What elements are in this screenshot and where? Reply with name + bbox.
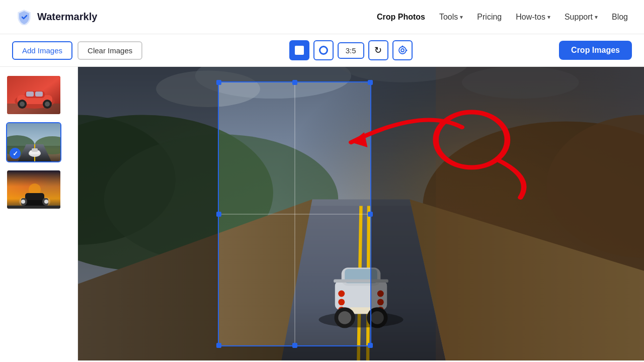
settings-button[interactable]	[392, 40, 413, 60]
svg-point-59	[338, 299, 345, 305]
svg-point-65	[338, 311, 351, 324]
rotate-button[interactable]: ↻	[368, 40, 388, 60]
rotate-icon: ↻	[374, 45, 382, 56]
crop-images-button[interactable]: Crop Images	[559, 41, 632, 60]
svg-point-1	[399, 47, 406, 54]
svg-point-16	[45, 102, 50, 107]
thumbnail-1[interactable]	[6, 75, 61, 115]
circle-icon	[319, 46, 328, 55]
logo-area[interactable]: Watermarkly	[16, 9, 97, 25]
svg-point-31	[19, 198, 27, 206]
nav-howtos[interactable]: How-tos ▾	[516, 13, 550, 22]
rectangle-shape-button[interactable]	[289, 40, 309, 60]
navbar: Watermarkly Crop Photos Tools ▾ Pricing …	[0, 0, 644, 34]
nav-blog[interactable]: Blog	[612, 13, 628, 22]
app-name: Watermarkly	[37, 11, 97, 23]
svg-rect-24	[32, 148, 38, 152]
nav-support[interactable]: Support ▾	[565, 13, 598, 22]
thumbnail-3[interactable]	[6, 169, 61, 210]
tools-chevron-icon: ▾	[460, 14, 463, 21]
settings-icon	[397, 45, 408, 55]
svg-point-0	[401, 49, 404, 52]
svg-rect-55	[334, 280, 388, 283]
thumbnail-image-3	[7, 170, 60, 209]
toolbar-left: Add Images Clear Images	[12, 41, 142, 60]
support-chevron-icon: ▾	[595, 14, 598, 21]
main-canvas-image	[78, 67, 644, 360]
rectangle-icon	[295, 46, 304, 55]
svg-rect-33	[7, 206, 61, 210]
svg-point-62	[377, 299, 384, 305]
add-images-button[interactable]: Add Images	[12, 41, 72, 60]
thumbnail-image-1	[7, 76, 60, 114]
toolbar-center: 3:5 ↻	[148, 40, 553, 60]
svg-point-67	[371, 311, 384, 324]
svg-point-58	[338, 291, 345, 297]
svg-rect-11	[26, 92, 34, 97]
nav-tools[interactable]: Tools ▾	[439, 13, 463, 22]
thumbnail-2[interactable]: ✓	[6, 122, 61, 162]
howtos-chevron-icon: ▾	[547, 14, 550, 21]
svg-point-37	[156, 71, 260, 107]
svg-rect-68	[436, 67, 644, 360]
nav-howtos-label: How-tos	[516, 13, 545, 22]
toolbar: Add Images Clear Images 3:5 ↻ Crop Imag	[0, 34, 644, 67]
circle-shape-button[interactable]	[313, 40, 334, 60]
svg-point-32	[42, 198, 50, 206]
nav-links: Crop Photos Tools ▾ Pricing How-tos ▾ Su…	[377, 13, 628, 22]
svg-point-61	[377, 291, 384, 297]
nav-tools-label: Tools	[439, 13, 458, 22]
svg-point-14	[20, 102, 25, 107]
svg-rect-28	[25, 193, 44, 200]
svg-rect-12	[35, 92, 43, 97]
sidebar: ✓	[0, 67, 78, 360]
svg-point-5	[406, 50, 407, 51]
main-content: ✓	[0, 67, 644, 360]
aspect-ratio-button[interactable]: 3:5	[338, 42, 364, 59]
nav-pricing[interactable]: Pricing	[477, 13, 502, 22]
clear-images-button[interactable]: Clear Images	[77, 41, 142, 60]
toolbar-right: Crop Images	[559, 41, 632, 60]
nav-support-label: Support	[565, 13, 593, 22]
svg-point-3	[401, 46, 403, 47]
selected-badge: ✓	[10, 148, 21, 159]
svg-point-51	[318, 312, 403, 327]
canvas-area[interactable]	[78, 67, 644, 360]
logo-shield-icon	[16, 9, 32, 25]
nav-crop-photos[interactable]: Crop Photos	[377, 13, 425, 22]
